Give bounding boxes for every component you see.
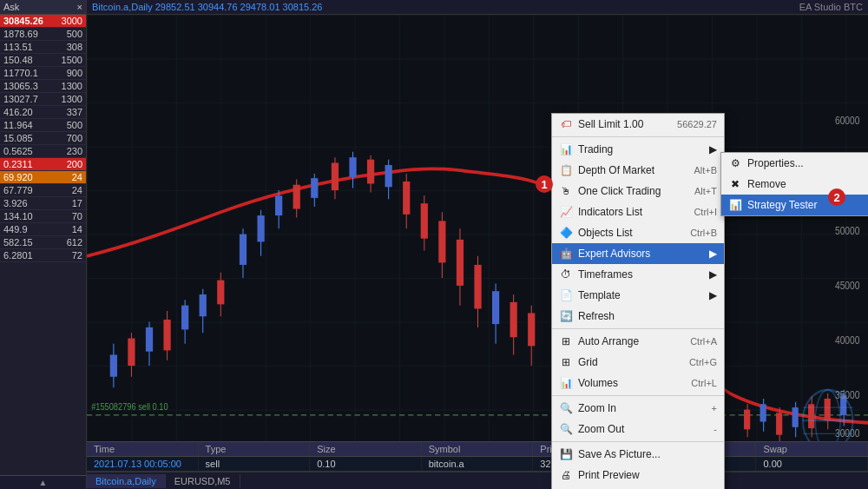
left-panel-header: Ask × xyxy=(0,0,86,15)
price-row: 449.914 xyxy=(0,223,86,236)
svg-rect-65 xyxy=(776,413,782,434)
price-row: 67.77924 xyxy=(0,184,86,197)
menu-print[interactable]: 🖨 Print... Ctrl+P xyxy=(552,486,724,489)
svg-rect-71 xyxy=(825,399,831,420)
menu-dom-label: Depth Of Market xyxy=(578,164,654,176)
ea-studio-label: EA Studio BTC xyxy=(799,2,863,12)
menu-depth-of-market[interactable]: 📋 Depth Of Market Alt+B xyxy=(552,160,724,181)
price-row: 3.92617 xyxy=(0,197,86,210)
trade-table: Time Type Size Symbol Price Commission S… xyxy=(87,441,868,472)
grid-shortcut: Ctrl+G xyxy=(689,357,717,367)
label-2: 2 xyxy=(828,188,845,206)
menu-zoom-in[interactable]: 🔍 Zoom In + xyxy=(552,398,724,419)
price-row: 69.92024 xyxy=(0,171,86,184)
menu-ea-label: Expert Advisors xyxy=(578,248,650,260)
menu-volumes-label: Volumes xyxy=(578,377,618,389)
svg-rect-67 xyxy=(792,407,799,427)
svg-rect-13 xyxy=(200,294,207,316)
svg-rect-43 xyxy=(474,265,481,309)
menu-grid[interactable]: ⊞ Grid Ctrl+G xyxy=(552,352,724,373)
divider3 xyxy=(552,395,724,396)
divider2 xyxy=(552,328,724,329)
svg-rect-5 xyxy=(128,339,135,367)
indicators-icon: 📈 xyxy=(559,205,573,219)
menu-trading[interactable]: 📊 Trading ▶ xyxy=(552,139,724,160)
context-menu: 🏷 Sell Limit 1.00 56629.27 📊 Trading ▶ 📋… xyxy=(551,113,725,489)
scroll-control: ▲ xyxy=(0,475,86,489)
menu-expert-advisors[interactable]: 🤖 Expert Advisors ▶ xyxy=(552,243,724,264)
cell-time: 2021.07.13 00:05:00 xyxy=(87,457,199,471)
print-preview-icon: 🖨 xyxy=(559,468,573,482)
menu-ea-properties[interactable]: ⚙ Properties... F7 xyxy=(721,153,868,174)
menu-volumes[interactable]: 📊 Volumes Ctrl+L xyxy=(552,373,724,393)
menu-ea-remove[interactable]: ✖ Remove xyxy=(721,174,868,195)
menu-sell-limit[interactable]: 🏷 Sell Limit 1.00 56629.27 xyxy=(552,114,724,135)
svg-rect-27 xyxy=(332,162,339,190)
menu-zoomin-label: Zoom In xyxy=(578,402,616,414)
tab-bitcoin-daily[interactable]: Bitcoin.a,Daily xyxy=(87,474,166,488)
ea-icon: 🤖 xyxy=(559,247,573,261)
svg-rect-35 xyxy=(403,182,410,215)
chart-area: Bitcoin.a,Daily 29852.51 30944.76 29478.… xyxy=(87,0,868,489)
svg-text:35000: 35000 xyxy=(835,389,860,400)
price-row: 0.2311200 xyxy=(0,158,86,171)
svg-rect-29 xyxy=(349,157,356,177)
timeframes-icon: ⏱ xyxy=(559,268,573,281)
menu-objects[interactable]: 🔷 Objects List Ctrl+B xyxy=(552,222,724,243)
dom-shortcut: Alt+B xyxy=(694,165,717,175)
menu-timeframes[interactable]: ⏱ Timeframes ▶ xyxy=(552,264,724,285)
chart-svg: 29 Mar 2021 6 Apr 2021 14 Apr 2021 22 Ap… xyxy=(87,15,868,486)
menu-strategy-tester[interactable]: 📊 Strategy Tester F6 xyxy=(721,195,868,215)
divider4 xyxy=(552,441,724,442)
menu-zoom-out[interactable]: 🔍 Zoom Out - xyxy=(552,419,724,439)
zoom-out-icon: 🔍 xyxy=(559,422,573,436)
timeframes-arrow: ▶ xyxy=(709,268,717,281)
price-row: 11.964500 xyxy=(0,119,86,132)
price-value: 30845.26 xyxy=(3,16,43,26)
price-row: 0.5625230 xyxy=(0,145,86,158)
col-symbol: Symbol xyxy=(422,442,534,456)
menu-indicators-label: Indicators List xyxy=(578,206,642,218)
volumes-shortcut: Ctrl+L xyxy=(691,378,717,388)
save-icon: 💾 xyxy=(559,447,573,461)
sell-limit-icon: 🏷 xyxy=(559,117,573,131)
menu-one-click[interactable]: 🖱 One Click Trading Alt+T xyxy=(552,181,724,202)
menu-auto-arrange[interactable]: ⊞ Auto Arrange Ctrl+A xyxy=(552,331,724,352)
svg-rect-15 xyxy=(217,281,224,305)
menu-grid-label: Grid xyxy=(578,356,598,368)
left-panel: Ask × 30845.26 3000 1878.69500 113.51308… xyxy=(0,0,87,489)
svg-rect-63 xyxy=(760,404,766,421)
trading-icon: 📊 xyxy=(559,142,573,156)
price-row: 13065.31300 xyxy=(0,80,86,93)
menu-print-preview[interactable]: 🖨 Print Preview xyxy=(552,465,724,486)
cell-type: sell xyxy=(199,457,311,471)
refresh-icon: 🔄 xyxy=(559,309,573,323)
menu-arrange-label: Auto Arrange xyxy=(578,335,639,347)
menu-save-picture[interactable]: 💾 Save As Picture... xyxy=(552,444,724,465)
indicators-shortcut: Ctrl+I xyxy=(694,207,717,217)
svg-text:45000: 45000 xyxy=(835,280,860,291)
depth-icon: 📋 xyxy=(559,163,573,177)
price-row: 582.15612 xyxy=(0,236,86,249)
strategy-tester-icon: 📊 xyxy=(728,198,742,212)
tab-eurusd-m5[interactable]: EURUSD,M5 xyxy=(166,474,240,488)
close-icon[interactable]: × xyxy=(77,2,82,12)
cell-commission: 0.00 xyxy=(756,457,868,471)
price-row: 11770.1900 xyxy=(0,67,86,80)
menu-indicators[interactable]: 📈 Indicators List Ctrl+I xyxy=(552,202,724,222)
price-row: 15.085700 xyxy=(0,132,86,145)
ask-label: Ask xyxy=(3,2,19,12)
svg-rect-23 xyxy=(293,185,300,209)
price-row: 1878.69500 xyxy=(0,28,86,41)
price-row: 13027.71300 xyxy=(0,93,86,106)
menu-refresh[interactable]: 🔄 Refresh xyxy=(552,306,724,327)
menu-template[interactable]: 📄 Template ▶ xyxy=(552,285,724,306)
chart-header: Bitcoin.a,Daily 29852.51 30944.76 29478.… xyxy=(87,0,868,15)
menu-refresh-label: Refresh xyxy=(578,310,615,322)
col-time: Time xyxy=(87,442,199,456)
svg-rect-39 xyxy=(438,221,445,262)
price-qty: 3000 xyxy=(62,16,82,26)
price-row: 150.481500 xyxy=(0,54,86,67)
oneclick-shortcut: Alt+T xyxy=(694,186,717,196)
svg-text:40000: 40000 xyxy=(835,334,860,346)
